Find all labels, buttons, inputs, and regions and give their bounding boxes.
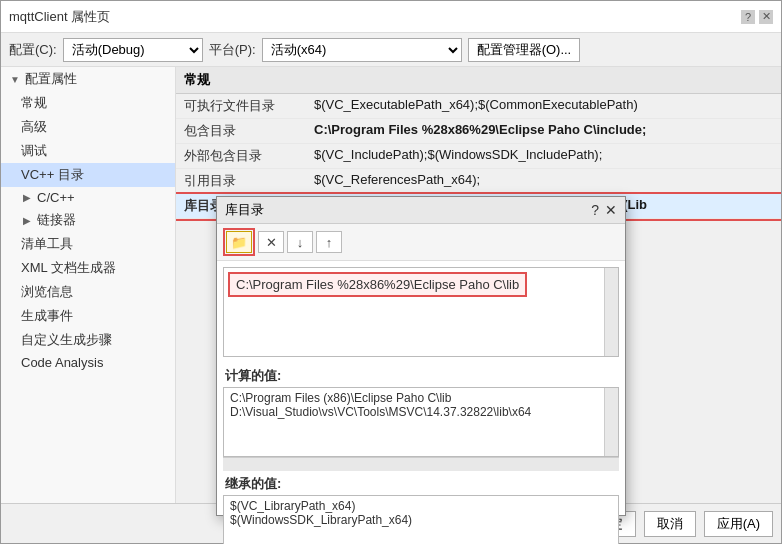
sub-close-button[interactable]: ✕	[605, 202, 617, 218]
config-select[interactable]: 活动(Debug)	[63, 38, 203, 62]
sidebar-item-cpp-label: C/C++	[37, 190, 75, 205]
tree-root[interactable]: ▼ 配置属性	[1, 67, 175, 91]
apply-button[interactable]: 应用(A)	[704, 511, 773, 537]
tree-arrow-root: ▼	[9, 74, 21, 85]
path-list-scrollbar[interactable]	[604, 268, 618, 356]
move-down-button[interactable]: ↓	[287, 231, 313, 253]
path-list-area: C:\Program Files %28x86%29\Eclipse Paho …	[223, 267, 619, 357]
inherited-value-0: $(VC_LibraryPath_x64)	[230, 499, 612, 513]
sidebar-item-linker-label: 链接器	[37, 211, 76, 229]
folder-button[interactable]: 📁	[226, 231, 252, 253]
sidebar-item-advanced[interactable]: 高级	[1, 115, 175, 139]
config-bar: 配置(C): 活动(Debug) 平台(P): 活动(x64) 配置管理器(O)…	[1, 33, 781, 67]
tree-arrow-linker: ▶	[21, 215, 33, 226]
sidebar-item-manifest[interactable]: 清单工具	[1, 232, 175, 256]
sidebar-item-debug-label: 调试	[21, 142, 47, 160]
platform-select[interactable]: 活动(x64)	[262, 38, 462, 62]
sidebar-item-browse-label: 浏览信息	[21, 283, 73, 301]
title-bar: mqttClient 属性页 ? ✕	[1, 1, 781, 33]
config-label: 配置(C):	[9, 41, 57, 59]
sidebar-item-vc-dirs-label: VC++ 目录	[21, 166, 84, 184]
sidebar-item-cpp[interactable]: ▶ C/C++	[1, 187, 175, 208]
computed-value-1: D:\Visual_Studio\vs\VC\Tools\MSVC\14.37.…	[230, 405, 612, 419]
computed-value-0: C:\Program Files (x86)\Eclipse Paho C\li…	[230, 391, 612, 405]
sidebar-item-linker[interactable]: ▶ 链接器	[1, 208, 175, 232]
sidebar-item-debug[interactable]: 调试	[1, 139, 175, 163]
sub-toolbar: 📁 ✕ ↓ ↑	[217, 224, 625, 261]
sidebar-item-xml[interactable]: XML 文档生成器	[1, 256, 175, 280]
close-button[interactable]: ✕	[759, 10, 773, 24]
config-manager-button[interactable]: 配置管理器(O)...	[468, 38, 581, 62]
sub-help-button[interactable]: ?	[591, 202, 599, 218]
delete-entry-button[interactable]: ✕	[258, 231, 284, 253]
inherited-label: 继承的值:	[217, 471, 625, 495]
sub-dialog-library-dirs: 库目录 ? ✕ 📁 ✕ ↓ ↑ C:\Program Files %28x86%…	[216, 196, 626, 516]
sidebar-item-general[interactable]: 常规	[1, 91, 175, 115]
table-row: 可执行文件目录 $(VC_ExecutablePath_x64);$(Commo…	[176, 94, 781, 119]
platform-label: 平台(P):	[209, 41, 256, 59]
computed-scrollbar[interactable]	[604, 388, 618, 456]
computed-area: C:\Program Files (x86)\Eclipse Paho C\li…	[223, 387, 619, 457]
prop-value-ref[interactable]: $(VC_ReferencesPath_x64);	[306, 169, 781, 194]
prop-value-executable[interactable]: $(VC_ExecutablePath_x64);$(CommonExecuta…	[306, 94, 781, 119]
sub-dialog-title-controls: ? ✕	[591, 202, 617, 218]
table-row: 外部包含目录 $(VC_IncludePath);$(WindowsSDK_In…	[176, 144, 781, 169]
sidebar-item-build-events[interactable]: 生成事件	[1, 304, 175, 328]
table-row: 包含目录 C:\Program Files %28x86%29\Eclipse …	[176, 119, 781, 144]
props-section-header: 常规	[176, 67, 781, 94]
sidebar-item-xml-label: XML 文档生成器	[21, 259, 116, 277]
sidebar-item-code-analysis-label: Code Analysis	[21, 355, 103, 370]
inherited-value-1: $(WindowsSDK_LibraryPath_x64)	[230, 513, 612, 527]
folder-highlight-border: 📁	[223, 228, 255, 256]
computed-horiz-scrollbar[interactable]	[223, 457, 619, 471]
sidebar-item-build-events-label: 生成事件	[21, 307, 73, 325]
cancel-button[interactable]: 取消	[644, 511, 696, 537]
prop-value-include[interactable]: C:\Program Files %28x86%29\Eclipse Paho …	[306, 119, 781, 144]
sidebar-item-advanced-label: 高级	[21, 118, 47, 136]
sidebar-item-code-analysis[interactable]: Code Analysis	[1, 352, 175, 373]
prop-name-ref: 引用目录	[176, 169, 306, 194]
sidebar-item-custom-build[interactable]: 自定义生成步骤	[1, 328, 175, 352]
tree-arrow-cpp: ▶	[21, 192, 33, 203]
sidebar-item-custom-build-label: 自定义生成步骤	[21, 331, 112, 349]
sub-dialog-title-bar: 库目录 ? ✕	[217, 197, 625, 224]
prop-name-include: 包含目录	[176, 119, 306, 144]
path-entry[interactable]: C:\Program Files %28x86%29\Eclipse Paho …	[228, 272, 527, 297]
main-dialog: mqttClient 属性页 ? ✕ 配置(C): 活动(Debug) 平台(P…	[0, 0, 782, 544]
computed-label: 计算的值:	[217, 363, 625, 387]
sidebar-item-browse[interactable]: 浏览信息	[1, 280, 175, 304]
help-button[interactable]: ?	[741, 10, 755, 24]
left-sidebar: ▼ 配置属性 常规 高级 调试 VC++ 目录 ▶ C/C++ ▶ 链接器	[1, 67, 176, 505]
prop-value-external[interactable]: $(VC_IncludePath);$(WindowsSDK_IncludePa…	[306, 144, 781, 169]
sidebar-item-general-label: 常规	[21, 94, 47, 112]
sidebar-item-vc-dirs[interactable]: VC++ 目录	[1, 163, 175, 187]
tree-root-label: 配置属性	[25, 70, 77, 88]
window-title: mqttClient 属性页	[9, 8, 110, 26]
prop-name-external: 外部包含目录	[176, 144, 306, 169]
sidebar-item-manifest-label: 清单工具	[21, 235, 73, 253]
move-up-button[interactable]: ↑	[316, 231, 342, 253]
table-row: 引用目录 $(VC_ReferencesPath_x64);	[176, 169, 781, 194]
sub-dialog-title-text: 库目录	[225, 201, 264, 219]
prop-name-executable: 可执行文件目录	[176, 94, 306, 119]
inherited-area: $(VC_LibraryPath_x64) $(WindowsSDK_Libra…	[223, 495, 619, 544]
title-bar-controls: ? ✕	[741, 10, 773, 24]
